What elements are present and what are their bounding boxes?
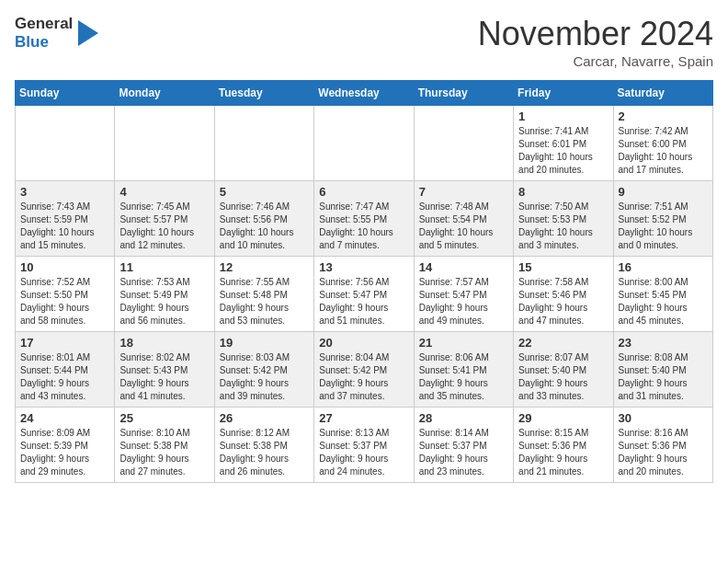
day-info-line: Sunrise: 7:48 AM [419, 201, 508, 213]
day-number: 23 [619, 336, 708, 350]
day-number: 25 [119, 411, 209, 425]
day-info-line: and 35 minutes. [419, 390, 508, 403]
calendar-cell [314, 106, 414, 181]
day-number: 7 [419, 185, 508, 199]
day-info-line: Daylight: 9 hours [419, 302, 508, 315]
day-info-line: and 37 minutes. [319, 390, 408, 403]
calendar-cell: 3Sunrise: 7:43 AMSunset: 5:59 PMDaylight… [16, 181, 115, 257]
day-info-line: Sunset: 5:59 PM [20, 213, 109, 226]
day-info-line: Daylight: 10 hours [20, 226, 109, 239]
day-info-line: Daylight: 9 hours [319, 377, 408, 390]
logo-arrow-icon [78, 20, 98, 46]
calendar-week-2: 3Sunrise: 7:43 AMSunset: 5:59 PMDaylight… [16, 181, 713, 257]
day-number: 9 [619, 185, 708, 199]
calendar-table: SundayMondayTuesdayWednesdayThursdayFrid… [15, 80, 713, 483]
day-header-thursday: Thursday [414, 81, 513, 106]
calendar-cell: 9Sunrise: 7:51 AMSunset: 5:52 PMDaylight… [613, 181, 712, 257]
day-info-line: Sunset: 5:46 PM [518, 289, 608, 302]
day-info-line: Daylight: 9 hours [319, 453, 408, 465]
day-info-line: Sunrise: 7:57 AM [419, 276, 508, 289]
day-info-line: and 33 minutes. [518, 390, 608, 403]
day-info-line: Daylight: 10 hours [220, 226, 309, 239]
day-info-line: Sunrise: 8:08 AM [619, 351, 708, 364]
day-info-line: Daylight: 9 hours [419, 377, 508, 390]
day-info-line: Sunrise: 8:16 AM [619, 427, 708, 440]
day-number: 1 [518, 109, 608, 123]
calendar-cell: 1Sunrise: 7:41 AMSunset: 6:01 PMDaylight… [514, 106, 613, 181]
day-info-line: Daylight: 9 hours [119, 302, 209, 315]
day-info-line: and 49 minutes. [419, 315, 508, 327]
calendar-cell: 25Sunrise: 8:10 AMSunset: 5:38 PMDayligh… [115, 408, 214, 483]
day-info-line: and 24 minutes. [319, 465, 408, 478]
day-info-line: Sunset: 5:53 PM [518, 213, 608, 226]
calendar-cell: 18Sunrise: 8:02 AMSunset: 5:43 PMDayligh… [115, 332, 214, 408]
day-info-line: Sunrise: 8:03 AM [220, 351, 309, 364]
day-number: 12 [220, 260, 309, 274]
day-info-line: Sunset: 5:36 PM [518, 440, 608, 453]
day-info-line: Sunrise: 7:45 AM [119, 201, 209, 213]
day-info-line: Sunset: 5:37 PM [419, 440, 508, 453]
calendar-cell: 19Sunrise: 8:03 AMSunset: 5:42 PMDayligh… [214, 332, 313, 408]
day-info-line: Sunrise: 7:42 AM [619, 125, 708, 138]
calendar-cell: 29Sunrise: 8:15 AMSunset: 5:36 PMDayligh… [514, 408, 613, 483]
day-info-line: Daylight: 10 hours [119, 226, 209, 239]
day-info-line: Sunrise: 7:41 AM [518, 125, 608, 138]
day-info-line: Sunset: 5:38 PM [119, 440, 209, 453]
day-number: 16 [619, 260, 708, 274]
calendar-cell: 6Sunrise: 7:47 AMSunset: 5:55 PMDaylight… [314, 181, 414, 257]
calendar-cell: 17Sunrise: 8:01 AMSunset: 5:44 PMDayligh… [16, 332, 115, 408]
day-number: 24 [20, 411, 109, 425]
day-info-line: Sunrise: 7:53 AM [119, 276, 209, 289]
day-header-tuesday: Tuesday [214, 81, 313, 106]
calendar-week-5: 24Sunrise: 8:09 AMSunset: 5:39 PMDayligh… [16, 408, 713, 483]
day-info-line: Sunset: 5:45 PM [619, 289, 708, 302]
calendar-cell: 16Sunrise: 8:00 AMSunset: 5:45 PMDayligh… [613, 257, 712, 332]
day-info-line: Daylight: 9 hours [20, 377, 109, 390]
day-info-line: Sunrise: 8:04 AM [319, 351, 408, 364]
calendar-cell: 14Sunrise: 7:57 AMSunset: 5:47 PMDayligh… [414, 257, 513, 332]
day-info-line: Sunset: 5:39 PM [20, 440, 109, 453]
day-info-line: Sunset: 5:42 PM [220, 364, 309, 377]
day-info-line: and 56 minutes. [119, 315, 209, 327]
day-info-line: Sunset: 5:57 PM [119, 213, 209, 226]
day-number: 18 [119, 336, 209, 350]
day-info-line: Sunset: 5:43 PM [119, 364, 209, 377]
day-info-line: Sunrise: 8:01 AM [20, 351, 109, 364]
day-info-line: and 51 minutes. [319, 315, 408, 327]
logo-general: General [15, 15, 73, 33]
title-section: November 2024 Carcar, Navarre, Spain [478, 15, 713, 69]
day-info-line: and 3 minutes. [518, 239, 608, 252]
day-number: 28 [419, 411, 508, 425]
day-info-line: Sunrise: 8:07 AM [518, 351, 608, 364]
calendar-cell: 28Sunrise: 8:14 AMSunset: 5:37 PMDayligh… [414, 408, 513, 483]
calendar-cell [214, 106, 313, 181]
day-info-line: Sunrise: 7:55 AM [220, 276, 309, 289]
calendar-cell: 21Sunrise: 8:06 AMSunset: 5:41 PMDayligh… [414, 332, 513, 408]
day-info-line: and 7 minutes. [319, 239, 408, 252]
day-number: 26 [220, 411, 309, 425]
day-info-line: and 27 minutes. [119, 465, 209, 478]
day-info-line: Sunrise: 7:50 AM [518, 201, 608, 213]
day-info-line: Sunset: 5:40 PM [518, 364, 608, 377]
calendar-week-1: 1Sunrise: 7:41 AMSunset: 6:01 PMDaylight… [16, 106, 713, 181]
day-info-line: and 31 minutes. [619, 390, 708, 403]
day-number: 4 [119, 185, 209, 199]
page-header: General Blue November 2024 Carcar, Navar… [15, 15, 713, 69]
day-info-line: Daylight: 9 hours [619, 302, 708, 315]
day-info-line: Sunset: 5:47 PM [419, 289, 508, 302]
day-info-line: Sunset: 5:49 PM [119, 289, 209, 302]
day-number: 20 [319, 336, 408, 350]
day-info-line: and 29 minutes. [20, 465, 109, 478]
day-info-line: Sunrise: 8:02 AM [119, 351, 209, 364]
day-info-line: and 39 minutes. [220, 390, 309, 403]
day-info-line: Daylight: 9 hours [518, 377, 608, 390]
calendar-cell: 15Sunrise: 7:58 AMSunset: 5:46 PMDayligh… [514, 257, 613, 332]
day-info-line: and 45 minutes. [619, 315, 708, 327]
day-info-line: Daylight: 9 hours [20, 453, 109, 465]
day-number: 11 [119, 260, 209, 274]
day-number: 17 [20, 336, 109, 350]
day-info-line: and 10 minutes. [220, 239, 309, 252]
day-info-line: Daylight: 10 hours [619, 226, 708, 239]
day-info-line: Daylight: 9 hours [518, 453, 608, 465]
calendar-cell: 13Sunrise: 7:56 AMSunset: 5:47 PMDayligh… [314, 257, 414, 332]
